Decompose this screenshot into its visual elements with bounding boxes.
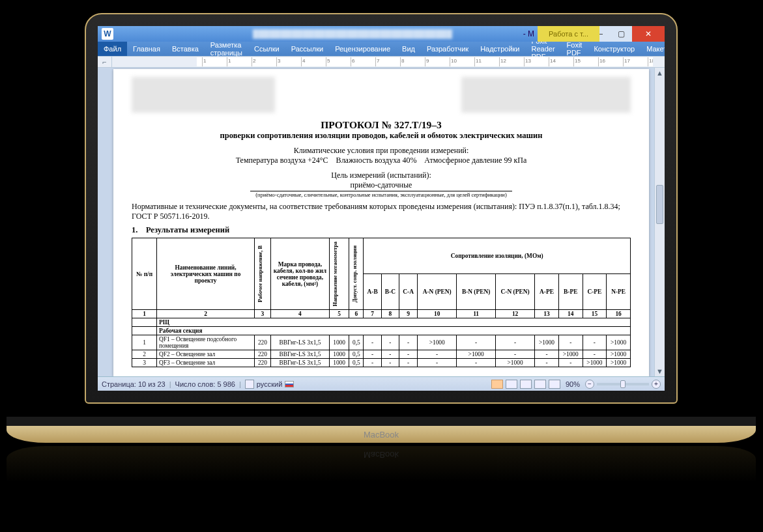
ribbon-tab-insert[interactable]: Вставка (166, 42, 205, 56)
scroll-thumb[interactable] (656, 185, 663, 224)
view-fullscreen[interactable] (506, 380, 517, 389)
col-voltage: Рабочее напряжение, В (257, 243, 264, 305)
table-group-row: Рабочая секция (132, 327, 631, 335)
col-cable: Марка провода, кабеля, кол-во жил сечени… (274, 261, 326, 287)
col-npe: N-PE (607, 274, 631, 310)
col-ab: A-B (364, 274, 381, 310)
spellcheck-icon[interactable] (245, 380, 254, 389)
ribbon-tab-developer[interactable]: Разработчик (421, 42, 474, 56)
laptop-base: MacBook (7, 417, 756, 443)
col-meg: Напряжение мегаомметра (332, 239, 339, 309)
document-page[interactable]: ПРОТОКОЛ № 327.Т/19–3 проверки сопротивл… (113, 69, 649, 376)
status-language[interactable]: русский (257, 380, 282, 388)
ribbon-tab-layout[interactable]: Макет (641, 42, 665, 56)
title-suffix: - М (523, 29, 534, 38)
conditions-heading: Климатические условия при проведении изм… (132, 146, 631, 156)
header-right-blur (461, 77, 631, 113)
document-title-blur: ████████████████████████████████████ (117, 29, 588, 38)
table-row: 1QF1 – Освещение подсобного помещения220… (132, 335, 631, 350)
horizontal-ruler[interactable]: 112345678910111213141516171819 (197, 57, 653, 66)
ribbon-tab-design[interactable]: Конструктор (588, 42, 641, 56)
col-bc: B-C (381, 274, 399, 310)
table-body: РЩ Рабочая секция1QF1 – Освещение подсоб… (132, 318, 631, 367)
col-an: A-N (PEN) (418, 274, 457, 310)
ribbon-tab-view[interactable]: Вид (396, 42, 421, 56)
view-outline[interactable] (534, 380, 546, 389)
col-group-resistance: Сопротивление изоляции, (МОм) (451, 253, 543, 259)
ribbon-tab-review[interactable]: Рецензирование (329, 42, 396, 56)
conditions-values: Температура воздуха +24°C Влажность возд… (132, 156, 631, 165)
status-word-count[interactable]: Число слов: 5 986 (175, 380, 235, 388)
col-cpe: C-PE (583, 274, 607, 310)
ribbon-tab-home[interactable]: Главная (127, 42, 166, 56)
col-bpe: B-PE (558, 274, 583, 310)
section-1-heading: 1. Результаты измерений (132, 225, 631, 235)
scroll-up-arrow[interactable]: ▲ (655, 68, 665, 78)
purpose-value: приёмо-сдаточные (132, 180, 631, 190)
window-maximize-button[interactable]: ▢ (610, 26, 632, 42)
ribbon-tab-foxitpdf[interactable]: Foxit PDF (561, 42, 588, 56)
col-bn: B-N (PEN) (457, 274, 496, 310)
ruler-bar: ⌐ 112345678910111213141516171819 (98, 56, 665, 68)
protocol-subtitle: проверки сопротивления изоляции проводов… (132, 131, 631, 141)
col-name: Наименование линий, электрических машин … (171, 264, 241, 284)
col-ape: A-PE (535, 274, 559, 310)
status-page[interactable]: Страница: 10 из 23 (102, 380, 166, 388)
purpose-footnote: (приёмо-сдаточные, сличительные, контрол… (250, 191, 512, 198)
ribbon-tab-foxitreader[interactable]: Foxit Reader PDF (526, 42, 561, 56)
normative-docs: Нормативные и технические документы, на … (132, 202, 631, 221)
view-print-layout[interactable] (491, 380, 503, 389)
ribbon-tabs: Файл Главная Вставка Разметка страницы С… (98, 42, 665, 56)
table-group-row: РЩ (132, 318, 631, 327)
flag-icon (285, 381, 294, 387)
ribbon-tab-file[interactable]: Файл (98, 42, 127, 56)
titlebar: W ████████████████████████████████████ -… (98, 26, 665, 42)
zoom-in-button[interactable]: + (652, 380, 661, 389)
zoom-slider-knob[interactable] (620, 380, 626, 388)
contextual-tab-tablework[interactable]: Работа с т... (538, 26, 599, 42)
ruler-toggle[interactable]: ⌐ (98, 57, 112, 67)
col-n: № п/п (136, 271, 152, 277)
protocol-title: ПРОТОКОЛ № 327.Т/19–3 (132, 119, 631, 131)
view-web[interactable] (520, 380, 532, 389)
laptop-reflection: MacBook (7, 446, 756, 482)
header-left-blur (132, 77, 275, 113)
table-row: 2QF2 – Освещение зал220ВВГнг-LS 3x1,5100… (132, 350, 631, 359)
results-table: № п/п Наименование линий, электрических … (132, 238, 631, 367)
ribbon-tab-pagelayout[interactable]: Разметка страницы (205, 42, 248, 56)
word-icon: W (102, 28, 113, 40)
purpose-heading: Цель измерений (испытаний): (132, 171, 631, 180)
ribbon-tab-mailings[interactable]: Рассылки (285, 42, 329, 56)
col-ca: C-A (399, 274, 418, 310)
zoom-slider[interactable] (597, 383, 649, 385)
window-close-button[interactable]: ✕ (632, 26, 665, 42)
col-cn: C-N (PEN) (495, 274, 534, 310)
view-draft[interactable] (549, 380, 560, 389)
zoom-out-button[interactable]: − (585, 380, 594, 389)
scroll-down-arrow[interactable]: ▼ (655, 366, 665, 376)
vertical-scrollbar[interactable]: ▲ ▼ (654, 68, 665, 376)
status-bar: Страница: 10 из 23 | Число слов: 5 986 |… (98, 376, 665, 391)
ribbon-tab-addins[interactable]: Надстройки (474, 42, 525, 56)
col-allow: Допуст. сопр. изоляции (351, 243, 358, 305)
table-row: 3QF3 – Освещение зал220ВВГнг-LS 3x1,5100… (132, 359, 631, 367)
word-app-window: W ████████████████████████████████████ -… (98, 26, 665, 391)
zoom-percent[interactable]: 90% (566, 380, 580, 388)
ribbon-tab-references[interactable]: Ссылки (248, 42, 285, 56)
document-area[interactable]: ПРОТОКОЛ № 327.Т/19–3 проверки сопротивл… (98, 68, 665, 376)
